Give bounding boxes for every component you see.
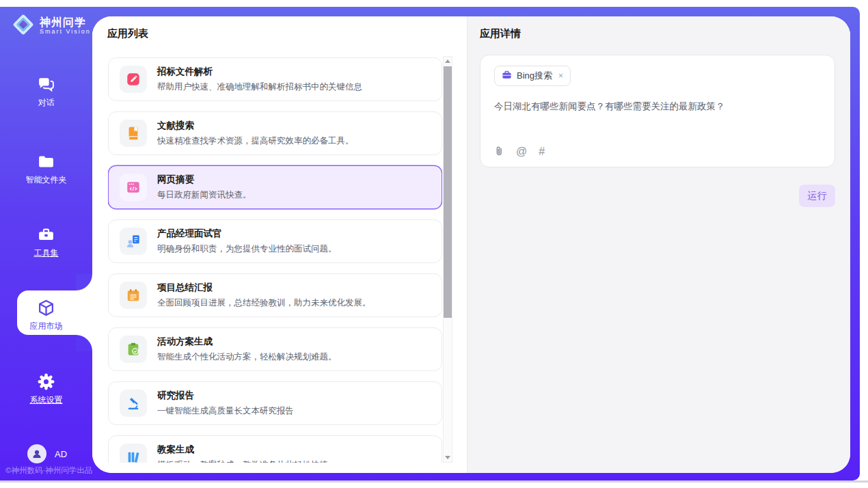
sidebar-item-smart-folder[interactable]: 智能文件夹 [0,152,92,186]
sidebar-item-label: 智能文件夹 [0,174,92,186]
app-list-section: 应用列表 招标文件解析 帮助用户快速、准确地理解和解析招标书中的关键信息 文献搜… [92,16,467,473]
paperclip-icon[interactable] [494,146,504,158]
app-card-list: 招标文件解析 帮助用户快速、准确地理解和解析招标书中的关键信息 文献搜索 快速精… [108,57,442,463]
app-card-project-summary[interactable]: 项目总结汇报 全面回顾项目进展，总结经验教训，助力未来优化发展。 [108,273,442,317]
app-name: 项目总结汇报 [157,282,371,294]
app-card-web-summary[interactable]: 网页摘要 每日政府新闻资讯快查。 [108,165,442,209]
chat-icon [0,75,92,94]
folder-icon [0,152,92,172]
bubble-notch-top [76,274,92,290]
app-card-literature-search[interactable]: 文献搜索 快速精准查找学术资源，提高研究效率的必备工具。 [108,111,442,155]
gear-icon [0,372,92,392]
app-card-activity-plan[interactable]: 活动方案生成 智能生成个性化活动方案，轻松解决规划难题。 [108,327,442,371]
bottom-divider [0,480,868,483]
content-panel: 应用列表 招标文件解析 帮助用户快速、准确地理解和解析招标书中的关键信息 文献搜… [92,16,850,473]
app-desc: 一键智能生成高质量长文本研究报告 [157,405,294,417]
at-icon[interactable]: @ [516,146,527,157]
bubble-notch-bottom [76,335,92,351]
user-account[interactable]: AD [27,444,67,463]
app-card-lesson-plan[interactable]: 教案生成 模板驱动，教案秒成，教学准备从此轻松快捷 [108,435,442,463]
app-desc: 快速精准查找学术资源，提高研究效率的必备工具。 [157,135,354,147]
clipboard-check-icon [120,336,147,363]
user-name: AD [55,449,67,459]
diamond-logo-icon [11,12,36,40]
app-card-research-report[interactable]: 研究报告 一键智能生成高质量长文本研究报告 [108,381,442,425]
sidebar-item-toolset[interactable]: 工具集 [0,226,92,259]
toolbox-icon [0,226,92,245]
brand-subtitle: Smart Vision [40,29,91,36]
sidebar-item-chat[interactable]: 对话 [0,75,92,109]
edit-document-icon [120,66,147,93]
scroll-up-button[interactable] [444,57,452,66]
app-desc: 智能生成个性化活动方案，轻松解决规划难题。 [157,351,337,363]
run-button[interactable]: 运行 [799,185,835,207]
triangle-up-icon [445,59,450,63]
person-icon [31,448,42,459]
app-detail-title: 应用详情 [480,27,521,40]
microscope-icon [120,390,147,417]
app-name: 研究报告 [157,390,294,402]
tool-tag-label: Bing搜索 [517,70,552,82]
app-name: 活动方案生成 [157,336,337,348]
app-desc: 模板驱动，教案秒成，教学准备从此轻松快捷 [157,459,328,463]
interview-icon [120,228,147,255]
close-icon[interactable]: × [558,71,563,81]
app-card-bid-parse[interactable]: 招标文件解析 帮助用户快速、准确地理解和解析招标书中的关键信息 [108,57,442,101]
notepad-icon [120,282,147,309]
sidebar-item-settings[interactable]: 系统设置 [0,372,92,406]
app-desc: 每日政府新闻资讯快查。 [157,189,252,201]
brand-name: 神州问学 [40,16,86,28]
avatar [27,444,46,463]
hash-icon[interactable]: # [539,146,545,157]
composer-toolbar: @ # [494,146,545,158]
scrollbar-thumb[interactable] [444,66,452,318]
cube-icon [0,299,92,318]
app-name: 文献搜索 [157,120,354,132]
briefcase-icon [502,70,512,83]
copyright-text: ©神州数码·神州问学出品 [5,465,92,476]
app-card-pm-interviewer[interactable]: 产品经理面试官 明确身份和职责，为您提供专业性的面试问题。 [108,219,442,263]
books-icon [120,444,147,463]
app-name: 产品经理面试官 [157,228,337,240]
sidebar-item-label: 应用市场 [0,321,92,332]
app-list-title: 应用列表 [107,27,148,40]
app-desc: 帮助用户快速、准确地理解和解析招标书中的关键信息 [157,81,362,93]
app-desc: 明确身份和职责，为您提供专业性的面试问题。 [157,243,337,255]
sidebar-item-app-market[interactable]: 应用市场 [0,299,92,332]
list-scrollbar[interactable] [443,56,452,463]
book-icon [120,120,147,147]
app-name: 招标文件解析 [157,66,362,78]
sidebar-item-label: 对话 [0,97,92,109]
app-desc: 全面回顾项目进展，总结经验教训，助力未来优化发展。 [157,297,371,309]
composer-card: Bing搜索 × 今日湖北有哪些新闻要点？有哪些需要关注的最新政策？ @ # [480,55,835,167]
app-detail-section: 应用详情 Bing搜索 × 今日湖北有哪些新闻要点？有哪些需要关注的最新政策？ … [467,16,850,473]
triangle-down-icon [445,456,450,459]
tool-tag-bing-search[interactable]: Bing搜索 × [494,66,571,86]
sidebar-item-label: 工具集 [0,247,92,259]
scroll-down-button[interactable] [444,453,452,462]
app-name: 教案生成 [157,444,328,456]
browser-code-icon [120,174,147,201]
sidebar-item-label: 系统设置 [0,394,92,406]
prompt-input[interactable]: 今日湖北有哪些新闻要点？有哪些需要关注的最新政策？ [494,100,821,127]
app-name: 网页摘要 [157,174,252,186]
brand-logo: 神州问学 Smart Vision [11,12,91,40]
